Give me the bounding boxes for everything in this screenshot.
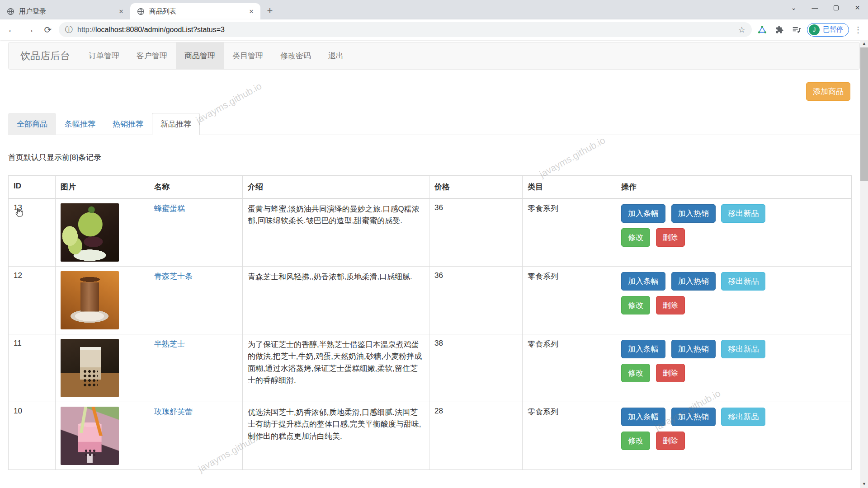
- url-path: /admin/goodList?status=3: [142, 26, 225, 33]
- add-banner-button[interactable]: 加入条幅: [621, 204, 665, 223]
- table-row: 12 青森芝士条 青森芝士和风轻拂,,奶香浓郁,质地柔滑,口感细腻. 36 零食…: [9, 267, 852, 334]
- nav-item-goods[interactable]: 商品管理: [176, 42, 224, 69]
- delete-button[interactable]: 删除: [656, 296, 685, 314]
- col-header-name: 名称: [149, 176, 243, 199]
- tab-close-icon[interactable]: ✕: [247, 7, 256, 16]
- browser-tab-strip: 用户登录 ✕ 商品列表 ✕ + ⌄ — ✕: [0, 0, 868, 19]
- forward-button[interactable]: →: [23, 23, 37, 37]
- product-name-link[interactable]: 青森芝士条: [154, 272, 193, 281]
- col-header-id: ID: [9, 176, 56, 199]
- product-price: 36: [429, 198, 523, 267]
- add-banner-button[interactable]: 加入条幅: [621, 340, 665, 358]
- site-info-icon[interactable]: ⓘ: [65, 24, 73, 35]
- product-name-link[interactable]: 玫瑰舒芙蕾: [154, 408, 193, 416]
- reload-button[interactable]: ⟳: [41, 23, 55, 37]
- browser-toolbar: ← → ⟳ ⓘ http://localhost:8080/admin/good…: [0, 19, 868, 40]
- product-name-link[interactable]: 半熟芝士: [154, 340, 185, 348]
- remove-new-button[interactable]: 移出新品: [721, 204, 765, 223]
- remove-new-button[interactable]: 移出新品: [721, 272, 765, 291]
- product-description: 优选法国芝士,奶香浓郁,质地柔滑,口感细腻.法国芝士有助于提升糕点的整体口感,完…: [248, 407, 424, 442]
- restore-icon: [834, 5, 839, 10]
- product-price: 38: [429, 334, 523, 402]
- table-header-row: ID 图片 名称 介绍 价格 类目 操作: [9, 176, 852, 199]
- add-hot-button[interactable]: 加入热销: [671, 340, 716, 358]
- product-price: 28: [429, 402, 523, 470]
- extensions-puzzle-icon[interactable]: [773, 23, 786, 37]
- goods-table: ID 图片 名称 介绍 价格 类目 操作 13 蜂蜜蛋糕 蛋黄与蜂蜜,淡奶油共同…: [8, 175, 852, 470]
- profile-chip[interactable]: J 已暂停: [807, 23, 849, 37]
- product-image: [61, 271, 119, 329]
- window-controls: ⌄ — ✕: [783, 0, 868, 15]
- profile-status-label: 已暂停: [823, 25, 843, 34]
- extension-shape-icon[interactable]: [755, 23, 769, 37]
- browser-tab-goods-list[interactable]: 商品列表 ✕: [130, 3, 260, 19]
- tab-banner-recommend[interactable]: 条幅推荐: [56, 113, 104, 135]
- nav-item-change-password[interactable]: 修改密码: [272, 42, 320, 69]
- product-description: 为了保证芝士的香醇,半熟芝士借鉴日本温泉煮鸡蛋的做法,把芝士,牛奶,鸡蛋,天然奶…: [248, 339, 424, 386]
- minimize-button[interactable]: —: [804, 0, 826, 15]
- address-bar[interactable]: ⓘ http://localhost:8080/admin/goodList?s…: [59, 22, 752, 37]
- add-hot-button[interactable]: 加入热销: [671, 408, 716, 426]
- page-content: 饮品店后台 订单管理 客户管理 商品管理 类目管理 修改密码 退出 添加商品 全…: [0, 40, 868, 488]
- table-row: 10 玫瑰舒芙蕾 优选法国芝士,奶香浓郁,质地柔滑,口感细腻.法国芝士有助于提升…: [9, 402, 852, 470]
- add-hot-button[interactable]: 加入热销: [671, 272, 716, 291]
- tab-search-chevron-icon[interactable]: ⌄: [783, 0, 804, 15]
- delete-button[interactable]: 删除: [656, 228, 685, 247]
- tab-close-icon[interactable]: ✕: [117, 7, 126, 16]
- browser-menu-icon[interactable]: ⋮: [853, 25, 863, 35]
- browser-tab-user-login[interactable]: 用户登录 ✕: [0, 3, 130, 19]
- scrollbar-thumb[interactable]: [860, 47, 868, 181]
- mouse-cursor-icon: [14, 207, 24, 219]
- table-row: 13 蜂蜜蛋糕 蛋黄与蜂蜜,淡奶油共同演绎的曼妙之旅.口感Q糯浓郁,回味绵软柔长…: [9, 198, 852, 267]
- close-window-button[interactable]: ✕: [847, 0, 868, 15]
- product-category: 零食系列: [523, 334, 616, 402]
- add-hot-button[interactable]: 加入热销: [671, 204, 716, 223]
- edit-button[interactable]: 修改: [621, 228, 650, 247]
- delete-button[interactable]: 删除: [656, 364, 685, 382]
- col-header-category: 类目: [523, 176, 616, 199]
- tab-all-goods[interactable]: 全部商品: [8, 113, 56, 135]
- product-category: 零食系列: [523, 402, 616, 470]
- edit-button[interactable]: 修改: [621, 432, 650, 450]
- remove-new-button[interactable]: 移出新品: [721, 408, 765, 426]
- tab-hot-recommend[interactable]: 热销推荐: [104, 113, 152, 135]
- app-brand[interactable]: 饮品店后台: [9, 42, 80, 70]
- app-navbar: 饮品店后台 订单管理 客户管理 商品管理 类目管理 修改密码 退出: [8, 42, 860, 70]
- table-row: 11 半熟芝士 为了保证芝士的香醇,半熟芝士借鉴日本温泉煮鸡蛋的做法,把芝士,牛…: [9, 334, 852, 402]
- scroll-up-icon[interactable]: ▲: [860, 40, 868, 47]
- toolbar-row: 添加商品: [0, 70, 868, 113]
- add-product-button[interactable]: 添加商品: [806, 82, 850, 101]
- nav-item-customers[interactable]: 客户管理: [128, 42, 176, 69]
- tab-new-recommend[interactable]: 新品推荐: [152, 113, 200, 135]
- globe-favicon-icon: [6, 7, 14, 15]
- product-category: 零食系列: [523, 198, 616, 267]
- restore-button[interactable]: [826, 0, 847, 15]
- new-tab-button[interactable]: +: [263, 4, 277, 18]
- browser-window: 用户登录 ✕ 商品列表 ✕ + ⌄ — ✕ ← → ⟳ ⓘ http://loc…: [0, 0, 868, 488]
- nav-item-orders[interactable]: 订单管理: [80, 42, 128, 69]
- add-banner-button[interactable]: 加入条幅: [621, 272, 665, 291]
- globe-favicon-icon: [137, 7, 145, 15]
- bookmark-star-icon[interactable]: ☆: [738, 25, 745, 35]
- remove-new-button[interactable]: 移出新品: [721, 340, 765, 358]
- nav-item-categories[interactable]: 类目管理: [224, 42, 272, 69]
- add-banner-button[interactable]: 加入条幅: [621, 408, 665, 426]
- edit-button[interactable]: 修改: [621, 296, 650, 314]
- delete-button[interactable]: 删除: [656, 432, 685, 450]
- product-description: 蛋黄与蜂蜜,淡奶油共同演绎的曼妙之旅.口感Q糯浓郁,回味绵软柔长.皱巴巴的造型,…: [248, 203, 424, 227]
- tab-title: 商品列表: [149, 7, 242, 16]
- tab-title: 用户登录: [19, 7, 112, 16]
- nav-item-logout[interactable]: 退出: [320, 42, 352, 69]
- playlist-extension-icon[interactable]: [790, 23, 803, 37]
- col-header-intro: 介绍: [243, 176, 429, 199]
- product-table-body: 13 蜂蜜蛋糕 蛋黄与蜂蜜,淡奶油共同演绎的曼妙之旅.口感Q糯浓郁,回味绵软柔长…: [9, 198, 852, 470]
- product-id: 10: [9, 402, 56, 470]
- scroll-down-icon[interactable]: ▼: [860, 480, 868, 488]
- vertical-scrollbar[interactable]: ▲ ▼: [860, 40, 868, 488]
- record-limit-note: 首页默认只显示前[8]条记录: [8, 152, 860, 163]
- url-text: http://localhost:8080/admin/goodList?sta…: [77, 26, 225, 34]
- product-id: 11: [9, 334, 56, 402]
- edit-button[interactable]: 修改: [621, 364, 650, 382]
- back-button[interactable]: ←: [5, 23, 19, 37]
- product-name-link[interactable]: 蜂蜜蛋糕: [154, 204, 185, 213]
